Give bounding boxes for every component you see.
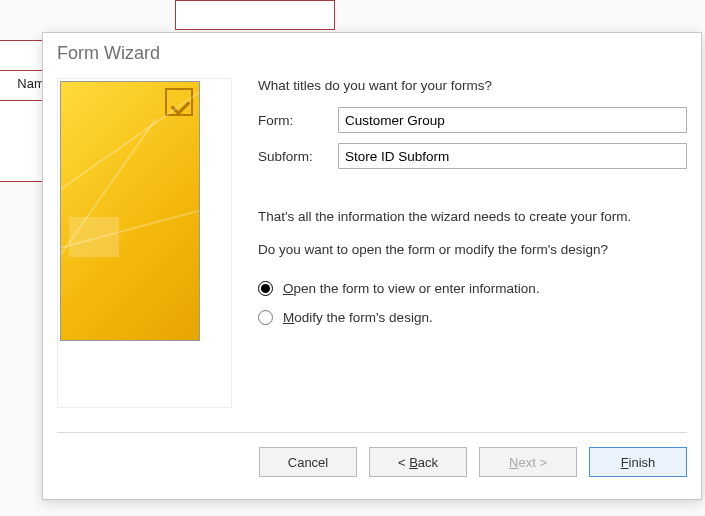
option-modify-design[interactable]: Modify the form's design. <box>258 310 687 325</box>
preview-panel <box>57 78 232 408</box>
form-wizard-dialog: Form Wizard What titles do you want for … <box>42 32 702 500</box>
dialog-title: Form Wizard <box>43 33 701 72</box>
form-title-label: Form: <box>258 113 338 128</box>
form-area: What titles do you want for your forms? … <box>232 78 687 432</box>
option-modify-label: Modify the form's design. <box>283 310 433 325</box>
next-button: Next > <box>479 447 577 477</box>
subform-title-label: Subform: <box>258 149 338 164</box>
finish-button[interactable]: Finish <box>589 447 687 477</box>
subform-title-input[interactable] <box>338 143 687 169</box>
option-open-label: Open the form to view or enter informati… <box>283 281 540 296</box>
form-title-input[interactable] <box>338 107 687 133</box>
back-button[interactable]: < Back <box>369 447 467 477</box>
button-bar: Cancel < Back Next > Finish <box>43 433 701 477</box>
wizard-decorative-image <box>60 81 200 341</box>
option-open-form[interactable]: Open the form to view or enter informati… <box>258 281 687 296</box>
option-modify-radio[interactable] <box>258 310 273 325</box>
option-open-radio[interactable] <box>258 281 273 296</box>
background-header-cell <box>175 0 335 30</box>
wizard-info-question: Do you want to open the form or modify t… <box>258 242 687 257</box>
wizard-info-complete: That's all the information the wizard ne… <box>258 209 687 224</box>
title-question: What titles do you want for your forms? <box>258 78 687 93</box>
cancel-button[interactable]: Cancel <box>259 447 357 477</box>
